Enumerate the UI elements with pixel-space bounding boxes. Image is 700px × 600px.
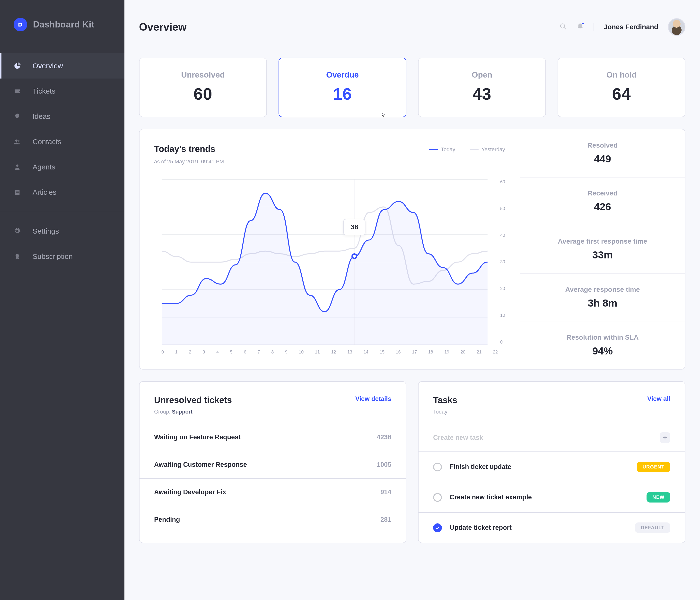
task-row: Update ticket reportDEFAULT: [419, 513, 685, 543]
stat-value: 16: [279, 84, 406, 103]
x-tick: 6: [244, 350, 246, 355]
mini-stat-value: 449: [594, 153, 611, 165]
nav-label: Ideas: [32, 112, 50, 121]
topbar-icons: [559, 23, 594, 31]
mini-stat-label: Received: [588, 190, 618, 197]
sidebar-item-settings[interactable]: Settings: [0, 219, 124, 244]
add-task-button[interactable]: [660, 432, 670, 443]
stat-value: 60: [140, 84, 267, 103]
panel-unresolved: Unresolved tickets Group: Support View d…: [139, 381, 406, 543]
x-tick: 3: [203, 350, 205, 355]
mini-stat-label: Average response time: [565, 286, 640, 294]
sidebar-item-tickets[interactable]: Tickets: [0, 78, 124, 104]
gear-icon: [14, 228, 21, 235]
mini-stat-label: Resolution within SLA: [566, 333, 639, 341]
checkbox-icon[interactable]: [433, 462, 442, 471]
topbar: Overview Jones Ferdinand: [139, 18, 685, 36]
row-label: Awaiting Customer Response: [154, 461, 247, 469]
task-input-placeholder[interactable]: Create new task: [433, 434, 483, 442]
search-icon[interactable]: [559, 23, 567, 31]
stat-card-unresolved[interactable]: Unresolved60: [139, 58, 267, 117]
x-tick: 4: [216, 350, 219, 355]
list-item[interactable]: Awaiting Developer Fix914: [140, 479, 406, 506]
x-tick: 9: [285, 350, 288, 355]
nav-label: Agents: [32, 163, 55, 171]
stat-label: Open: [419, 70, 545, 79]
x-tick: 1: [175, 350, 178, 355]
trends-card: Today's trends as of 25 May 2019, 09:41 …: [139, 129, 685, 370]
sidebar-item-articles[interactable]: Articles: [0, 180, 124, 205]
mini-stat-value: 94%: [592, 345, 613, 357]
nav-label: Settings: [32, 227, 59, 235]
y-tick: 0: [500, 340, 505, 345]
stat-card-on-hold[interactable]: On hold64: [557, 58, 685, 117]
mini-stat: Resolution within SLA94%: [520, 321, 685, 369]
legend-yesterday: Yesterday: [470, 146, 505, 153]
x-tick: 7: [258, 350, 260, 355]
badge-new: NEW: [647, 492, 670, 502]
checkbox-icon[interactable]: [433, 493, 442, 502]
list-item[interactable]: Waiting on Feature Request4238: [140, 424, 406, 451]
task-label: Create new ticket example: [450, 494, 639, 501]
panel-header: Tasks Today View all: [419, 382, 685, 415]
trends-title: Today's trends: [154, 144, 224, 154]
brand-name: Dashboard Kit: [33, 20, 95, 30]
stat-card-open[interactable]: Open43: [418, 58, 546, 117]
view-details-link[interactable]: View details: [355, 395, 391, 403]
svg-line-7: [564, 27, 566, 29]
view-all-link[interactable]: View all: [647, 395, 670, 403]
checkbox-icon[interactable]: [433, 523, 442, 532]
group-label: Group:: [154, 409, 170, 415]
y-tick: 20: [500, 286, 505, 291]
sidebar-item-overview[interactable]: Overview: [0, 53, 124, 78]
y-tick: 50: [500, 206, 505, 211]
x-tick: 11: [315, 350, 320, 355]
trends-left: Today's trends as of 25 May 2019, 09:41 …: [140, 129, 520, 369]
legend-today: Today: [429, 146, 455, 153]
panel-subtitle: Group: Support: [154, 409, 232, 415]
task-row: Finish ticket updateURGENT: [419, 452, 685, 482]
x-tick: 22: [493, 350, 498, 355]
sidebar: Dashboard Kit Overview Tickets Ideas Con…: [0, 0, 124, 600]
mini-stat-value: 33m: [592, 249, 613, 261]
nav-label: Articles: [32, 188, 56, 196]
legend-swatch: [429, 149, 438, 150]
list-item[interactable]: Awaiting Customer Response1005: [140, 451, 406, 479]
x-tick: 20: [460, 350, 466, 355]
trends-header: Today's trends as of 25 May 2019, 09:41 …: [154, 144, 505, 165]
sidebar-item-contacts[interactable]: Contacts: [0, 129, 124, 154]
badge-urgent: URGENT: [637, 462, 670, 472]
avatar[interactable]: [668, 18, 685, 36]
stat-card-overdue[interactable]: Overdue16: [278, 58, 406, 117]
stat-label: On hold: [558, 70, 685, 79]
task-label: Finish ticket update: [450, 463, 629, 471]
stat-value: 43: [419, 84, 545, 103]
stat-label: Overdue: [279, 70, 406, 79]
panel-header: Unresolved tickets Group: Support View d…: [140, 382, 406, 415]
legend-label: Today: [441, 146, 455, 153]
mini-stat-label: Average first response time: [558, 238, 647, 245]
sidebar-item-ideas[interactable]: Ideas: [0, 104, 124, 129]
x-tick: 5: [230, 350, 233, 355]
sidebar-item-subscription[interactable]: Subscription: [0, 244, 124, 269]
panel-title: Unresolved tickets: [154, 395, 232, 405]
book-icon: [14, 189, 21, 196]
mini-stat-label: Resolved: [588, 142, 618, 149]
nav-label: Tickets: [32, 87, 55, 95]
mini-stat-value: 426: [594, 201, 611, 213]
bell-icon[interactable]: [577, 23, 584, 31]
x-tick: 21: [477, 350, 481, 355]
nav-label: Subscription: [32, 252, 73, 260]
row-label: Waiting on Feature Request: [154, 433, 241, 441]
sidebar-item-agents[interactable]: Agents: [0, 154, 124, 180]
x-tick: 8: [271, 350, 274, 355]
legend-label: Yesterday: [481, 146, 505, 153]
list-item[interactable]: Pending281: [140, 506, 406, 533]
panel-title: Tasks: [433, 395, 457, 405]
x-tick: 15: [380, 350, 384, 355]
y-tick: 60: [500, 179, 505, 184]
trends-subtitle: as of 25 May 2019, 09:41 PM: [154, 158, 224, 165]
agent-icon: [14, 164, 21, 171]
nav-secondary: Settings Subscription: [0, 219, 124, 269]
chart-highlight-point: [351, 253, 357, 259]
